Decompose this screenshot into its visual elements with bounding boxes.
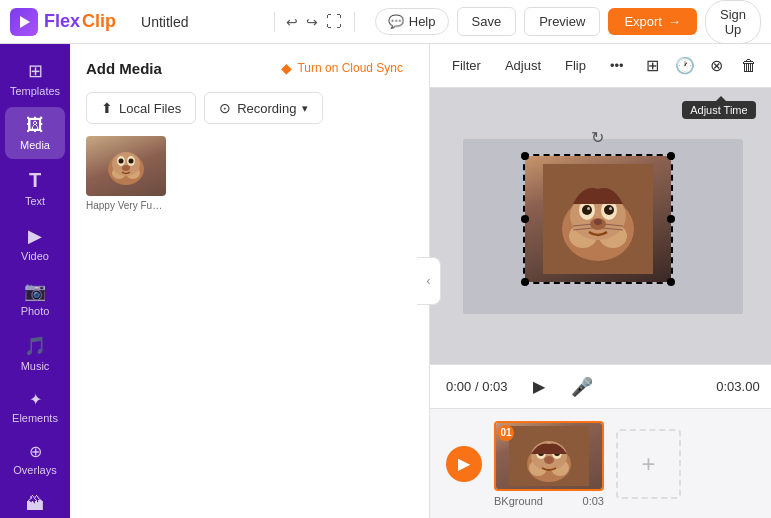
panel-collapse-button[interactable]: ‹ <box>417 257 441 305</box>
svg-point-8 <box>128 158 133 163</box>
handle-middle-left[interactable] <box>521 215 529 223</box>
microphone-icon[interactable]: 🎤 <box>571 376 593 398</box>
clip-info: BKground 0:03 <box>494 495 604 507</box>
clip-thumbnail[interactable]: 01 <box>494 421 604 491</box>
sidebar-item-media[interactable]: 🖼 Media <box>5 107 65 159</box>
right-toolbar: Filter Adjust Flip ••• ⊞ 🕐 ⊗ 🗑 Adjust Ti… <box>430 44 771 88</box>
undo-button[interactable]: ↩ <box>286 8 298 36</box>
handle-bottom-left[interactable] <box>521 278 529 286</box>
left-panel-header: Add Media ◆ Turn on Cloud Sync <box>70 44 429 88</box>
diamond-icon: ◆ <box>281 60 292 76</box>
local-files-button[interactable]: ⬆ Local Files <box>86 92 196 124</box>
media-thumbnail <box>86 136 166 196</box>
left-panel: Add Media ◆ Turn on Cloud Sync ⬆ Local F… <box>70 44 430 518</box>
sidebar-item-label-media: Media <box>20 139 50 151</box>
canvas-area: ↻ <box>430 88 771 364</box>
rotate-handle[interactable]: ↻ <box>591 128 604 147</box>
svg-point-7 <box>118 158 123 163</box>
sloth-thumbnail-svg <box>99 139 154 194</box>
sidebar-item-text[interactable]: T Text <box>5 161 65 215</box>
photo-icon: 📷 <box>24 280 46 302</box>
add-clip-button[interactable]: + <box>616 429 681 499</box>
svg-point-18 <box>604 205 614 215</box>
handle-top-left[interactable] <box>521 152 529 160</box>
main-layout: ⊞ Templates 🖼 Media T Text ▶ Video 📷 Pho… <box>0 44 771 518</box>
cloud-sync-button[interactable]: ◆ Turn on Cloud Sync <box>271 56 413 80</box>
sidebar-item-templates[interactable]: ⊞ Templates <box>5 52 65 105</box>
export-arrow-icon: → <box>668 14 681 29</box>
recording-button[interactable]: ⊙ Recording ▾ <box>204 92 323 124</box>
sidebar-item-label-overlays: Overlays <box>13 464 56 476</box>
play-pause-button[interactable]: ▶ <box>523 371 555 403</box>
bkground-icon: 🏔 <box>26 494 44 515</box>
project-title-input[interactable] <box>132 10 262 34</box>
timeline-clip: 01 <box>494 421 604 507</box>
help-button[interactable]: 💬 Help <box>375 8 449 35</box>
handle-bottom-right[interactable] <box>667 278 675 286</box>
save-button[interactable]: Save <box>457 7 517 36</box>
canvas-stage: ↻ <box>463 139 743 314</box>
total-time-display: 0:03.00 <box>716 379 759 394</box>
top-bar-right: Save Preview Export → Sign Up <box>457 0 762 44</box>
svg-marker-0 <box>20 16 30 28</box>
sidebar-item-elements[interactable]: ✦ Elements <box>5 382 65 432</box>
play-icon: ▶ <box>458 454 470 473</box>
grid-button[interactable]: ⊞ <box>638 51 668 81</box>
sidebar-item-overlays[interactable]: ⊕ Overlays <box>5 434 65 484</box>
handle-middle-right[interactable] <box>667 215 675 223</box>
sidebar-item-video[interactable]: ▶ Video <box>5 217 65 270</box>
fullscreen-button[interactable]: ⛶ <box>326 8 342 36</box>
media-thumb-inner <box>86 136 166 196</box>
preview-button[interactable]: Preview <box>524 7 600 36</box>
left-panel-title: Add Media <box>86 60 162 77</box>
export-label: Export <box>624 14 662 29</box>
music-icon: 🎵 <box>24 335 46 357</box>
handle-top-right[interactable] <box>667 152 675 160</box>
export-button[interactable]: Export → <box>608 8 697 35</box>
video-controls: 0:00 / 0:03 ▶ 🎤 0:03.00 <box>430 364 771 408</box>
add-icon: + <box>641 450 655 478</box>
recording-label: Recording <box>237 101 296 116</box>
layers-button[interactable]: ⊗ <box>702 51 732 81</box>
flip-button[interactable]: Flip <box>555 53 596 78</box>
filter-button[interactable]: Filter <box>442 53 491 78</box>
chevron-down-icon: ▾ <box>302 102 308 115</box>
logo-flex: Flex <box>44 11 80 32</box>
selected-clip[interactable]: ↻ <box>523 154 673 284</box>
clip-badge: 01 <box>498 425 514 441</box>
sidebar-item-music[interactable]: 🎵 Music <box>5 327 65 380</box>
media-actions: ⬆ Local Files ⊙ Recording ▾ <box>70 88 429 136</box>
sidebar-item-photo[interactable]: 📷 Photo <box>5 272 65 325</box>
sidebar-item-label-templates: Templates <box>10 85 60 97</box>
sidebar-item-label-music: Music <box>21 360 50 372</box>
adjust-time-tooltip: Adjust Time <box>682 101 755 119</box>
adjust-button[interactable]: Adjust <box>495 53 551 78</box>
sidebar-item-label-photo: Photo <box>21 305 50 317</box>
current-time: 0:00 <box>446 379 471 394</box>
chat-icon: 💬 <box>388 14 404 29</box>
more-options-button[interactable]: ••• <box>600 53 634 78</box>
signup-button[interactable]: Sign Up <box>705 0 761 44</box>
upload-icon: ⬆ <box>101 100 113 116</box>
clock-button[interactable]: 🕐 <box>670 51 700 81</box>
templates-icon: ⊞ <box>28 60 43 82</box>
right-panel: Filter Adjust Flip ••• ⊞ 🕐 ⊗ 🗑 Adjust Ti… <box>430 44 771 518</box>
svg-point-22 <box>594 219 602 225</box>
svg-point-9 <box>122 165 130 171</box>
cloud-sync-label: Turn on Cloud Sync <box>297 61 403 75</box>
logo: FlexClip <box>10 8 116 36</box>
record-icon: ⊙ <box>219 100 231 116</box>
local-files-label: Local Files <box>119 101 181 116</box>
video-icon: ▶ <box>28 225 42 247</box>
svg-point-17 <box>582 205 592 215</box>
clip-duration: 0:03 <box>583 495 604 507</box>
play-timeline-button[interactable]: ▶ <box>446 446 482 482</box>
list-item[interactable]: Happy Very Funny GIF b... <box>86 136 166 211</box>
canvas-image-inner <box>525 156 671 282</box>
redo-button[interactable]: ↪ <box>306 8 318 36</box>
sidebar-item-label-video: Video <box>21 250 49 262</box>
svg-point-19 <box>587 207 590 210</box>
sidebar-item-bkground[interactable]: 🏔 BKground <box>5 486 65 518</box>
delete-button[interactable]: 🗑 <box>734 51 764 81</box>
text-icon: T <box>29 169 41 192</box>
